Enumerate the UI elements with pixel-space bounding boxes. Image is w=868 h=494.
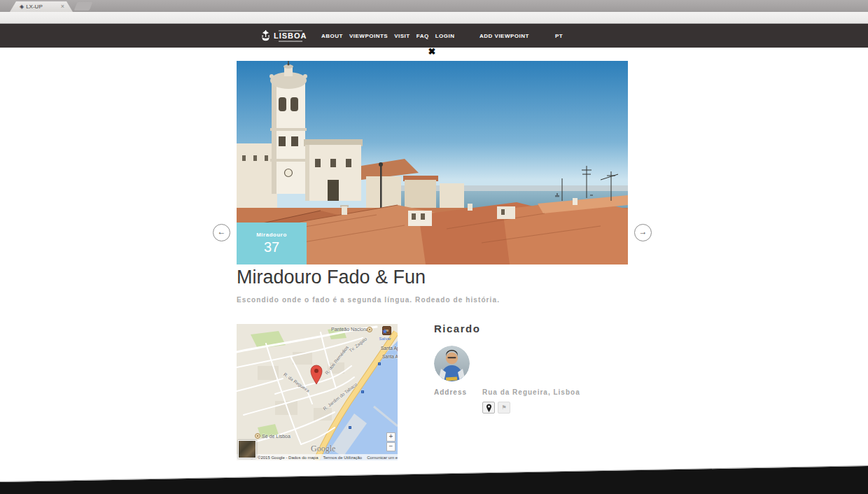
viewpoint-title: Miradouro Fado & Fun — [237, 267, 426, 288]
previous-viewpoint-button[interactable]: ← — [213, 224, 230, 241]
nav-item-viewpoints[interactable]: VIEWPOINTS — [349, 33, 388, 39]
tab-title: LX-UP — [26, 3, 43, 10]
next-viewpoint-button[interactable]: → — [634, 224, 652, 241]
se-poi-icon[interactable] — [255, 433, 260, 439]
tab-strip: ◈ LX-UP × — [0, 0, 868, 12]
map-label-santa-a: Santa A — [382, 354, 398, 359]
author-avatar — [434, 346, 470, 381]
map-pin-icon — [486, 404, 492, 413]
close-lightbox-button[interactable]: ✖ — [422, 46, 442, 57]
map-label-se: Sé de Lisboa — [262, 434, 290, 439]
show-on-map-button[interactable] — [482, 402, 495, 414]
viewpoint-subtitle: Escondido onde o fado é a segunda língua… — [237, 296, 500, 304]
map-zoom-control: + − — [386, 432, 396, 451]
terms-link[interactable]: Termos de Utilização — [323, 456, 362, 460]
nav-item-about[interactable]: ABOUT — [321, 33, 343, 39]
map-canvas — [237, 324, 398, 460]
viewpoint-number-badge: Miradouro 37 — [237, 223, 307, 264]
site-navbar: LISBOA ABOUT VIEWPOINTS VISIT FAQ LOGIN … — [0, 24, 868, 48]
ferry-icon[interactable] — [349, 426, 351, 429]
panteao-poi-icon[interactable] — [367, 327, 372, 332]
satellite-toggle[interactable] — [238, 440, 256, 458]
star-icon: ★ — [377, 328, 393, 335]
language-label: PT — [555, 33, 563, 39]
transit-icon[interactable] — [378, 362, 381, 365]
flag-icon: ⚑ — [501, 404, 506, 411]
language-toggle[interactable]: PT — [555, 24, 563, 48]
save-label: Salvar — [377, 337, 393, 341]
google-map[interactable]: Panteão Nacional Tv. Zagalo Santa Ap San… — [237, 324, 398, 460]
browser-toolbar: ← → ⟳ www.lxup.pt /en/ ☆ — [0, 12, 868, 24]
lisboa-logo[interactable]: LISBOA — [260, 26, 307, 45]
new-tab-button[interactable] — [74, 2, 93, 10]
map-label-panteao: Panteão Nacional — [331, 327, 370, 332]
browser-window: ◈ LX-UP × ← → ⟳ www.lxup.pt /en/ ☆ — [0, 0, 868, 494]
report-error-link[interactable]: Comunicar um erro no mapa — [367, 456, 398, 460]
logo-wordmark: LISBOA — [274, 32, 307, 40]
zoom-out-button[interactable]: − — [386, 442, 396, 451]
nav-menu: ABOUT VIEWPOINTS VISIT FAQ LOGIN — [321, 24, 455, 48]
map-label-santa-ap: Santa Ap — [381, 346, 398, 351]
zoom-in-button[interactable]: + — [386, 432, 396, 442]
browser-tab[interactable]: ◈ LX-UP × — [10, 1, 73, 12]
badge-label: Miradouro — [237, 232, 307, 238]
add-viewpoint-label: ADD VIEWPOINT — [479, 33, 529, 39]
add-viewpoint-button[interactable]: ADD VIEWPOINT — [479, 24, 529, 48]
flag-button[interactable]: ⚑ — [498, 402, 510, 414]
footer — [0, 458, 868, 494]
map-attribution: ©2015 Google - Dados do mapa Termos de U… — [237, 454, 398, 460]
save-place-button[interactable]: ★ Salvar — [377, 328, 393, 341]
tab-favicon-icon: ◈ — [20, 4, 24, 10]
nav-item-visit[interactable]: VISIT — [394, 33, 410, 39]
logo-microtext-bottom — [279, 41, 302, 42]
tab-close-icon[interactable]: × — [61, 3, 64, 10]
author-name: Ricardo — [434, 323, 480, 334]
transit-icon[interactable] — [361, 390, 364, 393]
nav-item-faq[interactable]: FAQ — [416, 33, 429, 39]
badge-number: 37 — [237, 239, 307, 255]
address-value: Rua da Regueira, Lisboa — [482, 388, 580, 396]
nav-item-login[interactable]: LOGIN — [435, 33, 455, 39]
footer-art — [0, 458, 868, 494]
ship-icon — [260, 29, 271, 43]
address-label: Address — [434, 388, 467, 396]
attribution-copyright: ©2015 Google - Dados do mapa — [258, 456, 318, 460]
google-watermark: Google — [311, 444, 335, 454]
avatar-art — [434, 346, 470, 381]
